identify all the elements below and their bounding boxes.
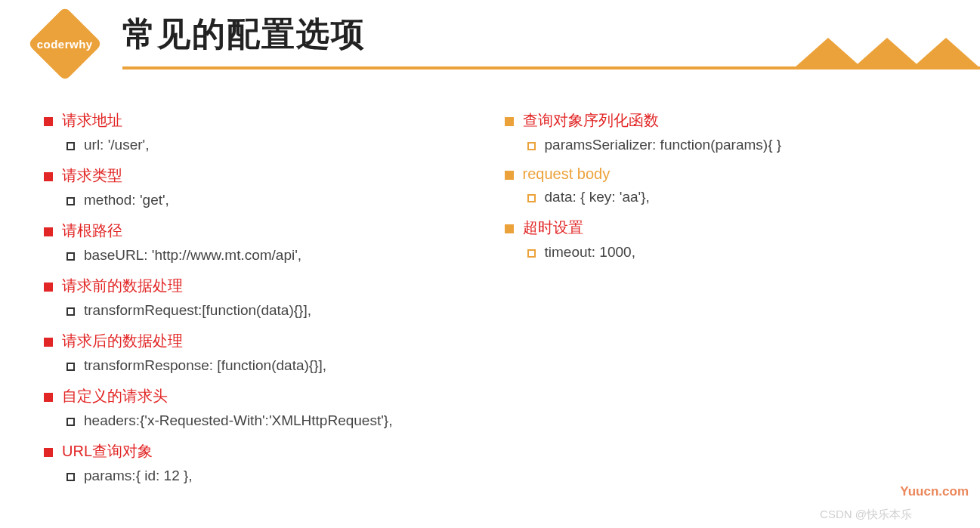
bullet-square-filled-icon	[44, 448, 53, 457]
bullet-square-filled-icon	[44, 117, 53, 126]
list-subitem: data: { key: 'aa'},	[527, 189, 951, 205]
bullet-square-filled-icon	[44, 227, 53, 236]
list-subitem: baseURL: 'http://www.mt.com/api',	[66, 247, 490, 264]
logo-text: coderwhy	[37, 38, 93, 51]
right-column: 查询对象序列化函数 paramsSerializer: function(par…	[490, 98, 951, 490]
item-sub: transformResponse: [function(data){}],	[84, 357, 326, 374]
item-heading: 请求类型	[62, 165, 122, 186]
watermark-site: Yuucn.com	[900, 484, 969, 499]
list-item: URL查询对象	[44, 441, 490, 462]
list-subitem: transformResponse: [function(data){}],	[66, 357, 490, 374]
item-heading: 自定义的请求头	[62, 386, 168, 406]
list-item: request body	[505, 165, 951, 183]
triangle-icon	[912, 38, 980, 68]
bullet-square-hollow-icon	[66, 142, 75, 150]
bullet-square-filled-icon	[44, 338, 53, 347]
bullet-square-hollow-icon	[527, 194, 536, 202]
bullet-square-hollow-icon	[527, 249, 536, 258]
list-item: 超时设置	[505, 218, 951, 238]
item-sub: transformRequest:[function(data){}],	[84, 302, 311, 319]
bullet-square-hollow-icon	[66, 252, 75, 261]
list-item: 查询对象序列化函数	[505, 110, 951, 131]
item-heading: 超时设置	[523, 218, 583, 238]
item-heading: URL查询对象	[62, 441, 153, 462]
bullet-square-hollow-icon	[66, 363, 75, 371]
list-item: 请求后的数据处理	[44, 331, 490, 351]
item-heading: 请求前的数据处理	[62, 276, 183, 296]
list-item: 自定义的请求头	[44, 386, 490, 406]
item-sub: baseURL: 'http://www.mt.com/api',	[84, 247, 301, 264]
list-item: 请求地址	[44, 110, 490, 131]
list-subitem: timeout: 1000,	[527, 244, 951, 261]
logo-badge: coderwhy	[29, 8, 101, 80]
list-subitem: method: 'get',	[66, 192, 490, 208]
bullet-square-filled-icon	[44, 283, 53, 292]
item-sub: headers:{'x-Requested-With':'XMLHttpRequ…	[84, 412, 392, 429]
page-title: 常见的配置选项	[122, 12, 366, 57]
item-heading: 请根路径	[62, 221, 122, 241]
item-sub: data: { key: 'aa'},	[545, 189, 650, 205]
triangle-icon	[853, 38, 921, 68]
list-subitem: headers:{'x-Requested-With':'XMLHttpRequ…	[66, 412, 490, 429]
list-subitem: url: '/user',	[66, 137, 490, 153]
bullet-square-filled-icon	[505, 117, 514, 126]
item-heading: 查询对象序列化函数	[523, 110, 659, 131]
logo-diamond-icon: coderwhy	[28, 7, 103, 82]
slide: coderwhy 常见的配置选项 请求地址 url: '/user', 请求类型	[0, 0, 980, 528]
list-subitem: paramsSerializer: function(params){ }	[527, 137, 951, 153]
list-subitem: params:{ id: 12 },	[66, 468, 490, 484]
bullet-square-hollow-icon	[66, 307, 75, 316]
bullet-square-filled-icon	[44, 172, 53, 181]
bullet-square-filled-icon	[505, 171, 514, 180]
list-subitem: transformRequest:[function(data){}],	[66, 302, 490, 319]
bullet-square-hollow-icon	[66, 473, 75, 481]
bullet-square-filled-icon	[505, 224, 514, 233]
item-heading: request body	[523, 165, 611, 183]
item-heading: 请求地址	[62, 110, 122, 131]
bullet-square-hollow-icon	[527, 142, 536, 150]
item-heading: 请求后的数据处理	[62, 331, 183, 351]
decorative-triangles	[803, 38, 980, 68]
list-item: 请根路径	[44, 221, 490, 241]
bullet-square-hollow-icon	[66, 197, 75, 205]
item-sub: timeout: 1000,	[545, 244, 635, 261]
list-item: 请求类型	[44, 165, 490, 186]
left-column: 请求地址 url: '/user', 请求类型 method: 'get', 请…	[44, 98, 490, 490]
list-item: 请求前的数据处理	[44, 276, 490, 296]
item-sub: params:{ id: 12 },	[84, 468, 193, 484]
triangle-icon	[794, 38, 862, 68]
watermark-csdn: CSDN @快乐本乐	[820, 508, 912, 522]
bullet-square-hollow-icon	[66, 418, 75, 426]
bullet-square-filled-icon	[44, 393, 53, 402]
item-sub: url: '/user',	[84, 137, 149, 153]
content-columns: 请求地址 url: '/user', 请求类型 method: 'get', 请…	[44, 98, 950, 490]
item-sub: method: 'get',	[84, 192, 169, 208]
item-sub: paramsSerializer: function(params){ }	[545, 137, 782, 153]
